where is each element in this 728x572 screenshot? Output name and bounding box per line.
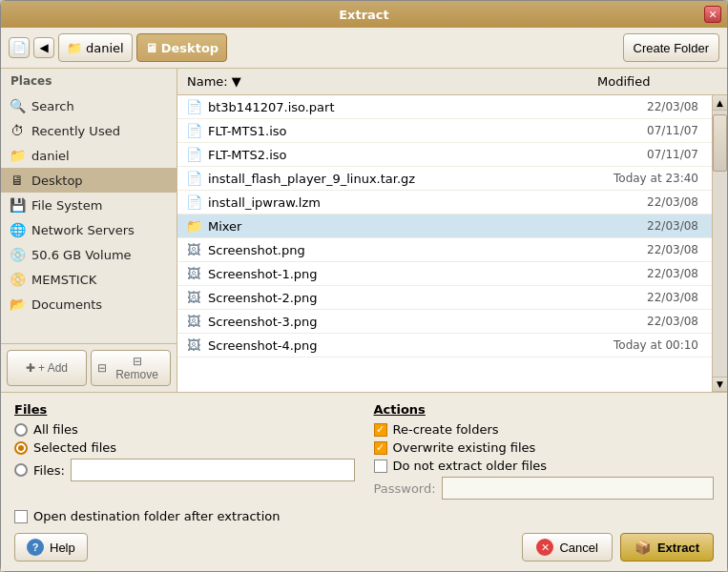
actions-title: Actions: [374, 402, 715, 417]
breadcrumb-daniel[interactable]: 📁 daniel: [58, 33, 133, 62]
cancel-button[interactable]: ✕ Cancel: [522, 533, 612, 562]
image-icon: 🖼: [185, 265, 202, 282]
bottom-area: Files All files Selected files Files:: [1, 392, 727, 571]
no-extract-older-checkbox[interactable]: [374, 460, 387, 473]
file-icon: 📄: [185, 170, 202, 187]
extract-icon: 📦: [634, 539, 652, 556]
open-dest-checkbox[interactable]: [14, 510, 28, 523]
add-button[interactable]: ✚ + Add: [7, 350, 87, 386]
filesystem-icon: 💾: [9, 196, 26, 214]
add-icon: ✚: [26, 361, 35, 375]
sidebar-item-network[interactable]: 🌐 Network Servers: [1, 217, 177, 242]
files-text-radio[interactable]: [14, 463, 28, 477]
desktop-icon: 🖥: [145, 41, 157, 55]
image-icon: 🖼: [185, 289, 202, 306]
overwrite-files-checkbox[interactable]: ✓: [374, 441, 387, 455]
file-icon: 📄: [185, 146, 202, 163]
file-scrollbar[interactable]: ▲ ▼: [712, 95, 727, 392]
file-icon: 📄: [185, 98, 202, 115]
no-extract-older-option: Do not extract older files: [374, 459, 715, 473]
sidebar-item-search[interactable]: 🔍 Search: [1, 93, 177, 118]
col-modified-header[interactable]: Modified: [588, 69, 712, 94]
documents-icon: 📂: [9, 296, 26, 313]
file-row[interactable]: 🖼 Screenshot-4.png Today at 00:10: [177, 334, 712, 358]
sidebar-item-desktop[interactable]: 🖥 Desktop: [1, 168, 177, 193]
open-destination-row: Open destination folder after extraction: [14, 509, 714, 523]
check-icon: ✓: [376, 441, 385, 454]
no-extract-older-label: Do not extract older files: [393, 459, 548, 473]
sidebar-item-documents[interactable]: 📂 Documents: [1, 292, 177, 317]
recently-used-icon: ⏱: [9, 122, 26, 139]
recreate-folders-checkbox[interactable]: ✓: [374, 423, 387, 437]
actions-section: Actions ✓ Re-create folders ✓ Overwrite …: [374, 402, 715, 500]
image-icon: 🖼: [185, 313, 202, 330]
right-buttons: ✕ Cancel 📦 Extract: [522, 533, 714, 562]
file-list: 📄 bt3b141207.iso.part 22/03/08 📄 FLT-MTS…: [177, 95, 712, 392]
files-section: Files All files Selected files Files:: [14, 402, 355, 500]
file-icon: 📄: [185, 194, 202, 211]
file-row[interactable]: 🖼 Screenshot-2.png 22/03/08: [177, 286, 712, 310]
help-button[interactable]: ? Help: [14, 533, 88, 562]
sidebar-header: Places: [1, 69, 177, 92]
close-button[interactable]: ✕: [704, 6, 721, 23]
back-button[interactable]: ◀: [33, 37, 54, 58]
password-row: Password:: [374, 477, 715, 500]
password-input[interactable]: [442, 477, 714, 500]
selected-files-label: Selected files: [33, 440, 116, 455]
radio-dot: [18, 445, 24, 451]
scroll-up-button[interactable]: ▲: [713, 95, 727, 111]
file-row[interactable]: 📄 bt3b141207.iso.part 22/03/08: [177, 95, 712, 119]
file-row[interactable]: 📄 FLT-MTS1.iso 07/11/07: [177, 119, 712, 143]
file-row[interactable]: 📁 Mixer 22/03/08: [177, 214, 712, 238]
col-name-header[interactable]: Name: ▼: [177, 69, 588, 94]
folder-icon: 📁: [185, 217, 202, 235]
selected-files-radio[interactable]: [14, 441, 28, 455]
file-header: Name: ▼ Modified: [177, 69, 727, 95]
sort-icon: ▼: [232, 74, 241, 89]
all-files-label: All files: [33, 422, 78, 437]
volume-icon: 💿: [9, 246, 26, 263]
file-icon: 📄: [185, 122, 202, 139]
selected-files-option: Selected files: [14, 440, 355, 455]
sidebar-item-memstick[interactable]: 📀 MEMSTICK: [1, 267, 177, 292]
file-row[interactable]: 🖼 Screenshot-3.png 22/03/08: [177, 310, 712, 334]
files-input-option: Files:: [14, 459, 355, 481]
folder-icon: 📁: [67, 41, 82, 55]
desktop-sidebar-icon: 🖥: [9, 172, 26, 189]
file-row[interactable]: 📄 install_ipwraw.lzm 22/03/08: [177, 191, 712, 214]
extract-button[interactable]: 📦 Extract: [620, 533, 714, 562]
file-row[interactable]: 🖼 Screenshot.png 22/03/08: [177, 238, 712, 262]
recreate-folders-option: ✓ Re-create folders: [374, 422, 715, 437]
remove-button[interactable]: ⊟ ⊟ Remove: [91, 350, 171, 386]
scrollbar-thumb[interactable]: [713, 114, 727, 172]
window-title: Extract: [339, 8, 389, 22]
file-row[interactable]: 📄 install_flash_player_9_linux.tar.gz To…: [177, 167, 712, 191]
network-icon: 🌐: [9, 221, 26, 238]
all-files-radio[interactable]: [14, 423, 28, 437]
files-text-input[interactable]: [71, 459, 355, 481]
sidebar-item-recently-used[interactable]: ⏱ Recently Used: [1, 118, 177, 143]
nav-doc-button[interactable]: 📄: [9, 37, 30, 58]
search-icon: 🔍: [9, 97, 26, 114]
file-row[interactable]: 📄 FLT-MTS2.iso 07/11/07: [177, 143, 712, 167]
sidebar-item-volume[interactable]: 💿 50.6 GB Volume: [1, 242, 177, 267]
all-files-option: All files: [14, 422, 355, 437]
file-row[interactable]: 🖼 Screenshot-1.png 22/03/08: [177, 262, 712, 286]
file-panel: Name: ▼ Modified 📄 bt3b141207.iso.part 2…: [177, 69, 727, 392]
files-title: Files: [14, 402, 355, 417]
image-icon: 🖼: [185, 337, 202, 354]
sidebar-list: 🔍 Search ⏱ Recently Used 📁 daniel 🖥 Desk…: [1, 92, 177, 343]
extract-window: Extract ✕ 📄 ◀ 📁 daniel 🖥 Desktop Create …: [0, 0, 728, 572]
scroll-down-button[interactable]: ▼: [713, 377, 727, 392]
help-icon: ?: [27, 539, 44, 556]
titlebar: Extract ✕: [1, 1, 727, 28]
breadcrumb-desktop[interactable]: 🖥 Desktop: [136, 33, 227, 62]
sidebar-item-filesystem[interactable]: 💾 File System: [1, 193, 177, 217]
action-buttons: ? Help ✕ Cancel 📦 Extract: [14, 533, 714, 562]
sidebar-item-daniel[interactable]: 📁 daniel: [1, 143, 177, 168]
open-dest-label: Open destination folder after extraction: [33, 509, 281, 523]
create-folder-button[interactable]: Create Folder: [623, 33, 719, 62]
files-input-label: Files:: [33, 463, 65, 478]
overwrite-files-option: ✓ Overwrite existing files: [374, 440, 715, 455]
password-label: Password:: [374, 481, 436, 496]
